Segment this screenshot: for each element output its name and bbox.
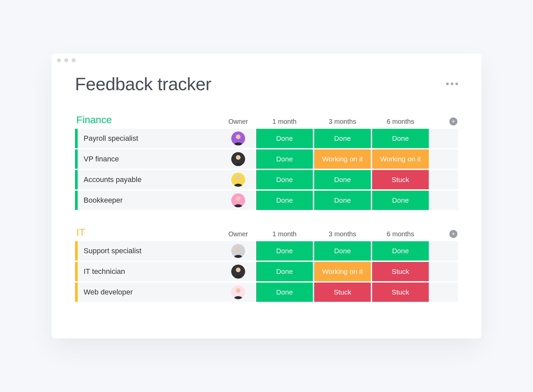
add-column-button[interactable]: + — [449, 117, 457, 125]
owner-cell[interactable] — [222, 170, 255, 189]
group: ITOwner1 month3 months6 months+Support s… — [75, 227, 458, 302]
table-row[interactable]: VP financeDoneWorking on itWorking on it — [75, 149, 458, 169]
status-cell[interactable]: Stuck — [372, 283, 429, 302]
column-header-status[interactable]: 6 months — [372, 118, 429, 125]
status-cell[interactable]: Done — [314, 191, 371, 210]
owner-cell[interactable] — [222, 191, 255, 210]
status-cell[interactable]: Done — [256, 262, 313, 281]
trailing-cell — [430, 170, 458, 189]
status-cell[interactable]: Done — [256, 241, 313, 261]
svg-point-7 — [236, 196, 241, 201]
table-row[interactable]: Accounts payableDoneDoneStuck — [75, 170, 458, 189]
owner-cell[interactable] — [222, 241, 255, 261]
status-cell[interactable]: Done — [372, 191, 429, 210]
status-cell[interactable]: Stuck — [314, 283, 371, 302]
traffic-light-zoom[interactable] — [72, 58, 76, 62]
trailing-cell — [430, 262, 458, 281]
column-header-status[interactable]: 6 months — [372, 230, 429, 238]
owner-cell[interactable] — [222, 129, 255, 148]
group-header: FinanceOwner1 month3 months6 months+ — [75, 114, 458, 125]
trailing-cell — [430, 129, 458, 148]
row-accent — [75, 241, 78, 261]
avatar — [231, 173, 245, 187]
board-menu-button[interactable] — [446, 83, 458, 85]
row-title[interactable]: Payroll specialist — [78, 129, 222, 148]
board-header: Feedback tracker — [75, 74, 458, 94]
status-cell[interactable]: Done — [256, 283, 313, 302]
status-cell[interactable]: Done — [372, 129, 429, 148]
row-title[interactable]: Web developer — [78, 283, 222, 302]
board-title: Feedback tracker — [75, 74, 211, 94]
row-accent — [75, 262, 78, 281]
avatar — [231, 265, 245, 279]
trailing-cell — [430, 241, 458, 261]
group-header: ITOwner1 month3 months6 months+ — [75, 227, 458, 238]
owner-cell[interactable] — [222, 283, 255, 302]
svg-point-5 — [236, 176, 241, 180]
status-cell[interactable]: Done — [314, 241, 371, 261]
status-cell[interactable]: Working on it — [372, 149, 429, 169]
status-cell[interactable]: Done — [314, 170, 371, 189]
add-column-area: + — [429, 117, 458, 125]
column-header-status[interactable]: 1 month — [256, 230, 313, 238]
traffic-light-minimize[interactable] — [64, 58, 68, 62]
app-window: Feedback tracker FinanceOwner1 month3 mo… — [52, 54, 481, 338]
svg-point-13 — [236, 288, 241, 293]
table-row[interactable]: Web developerDoneStuckStuck — [75, 283, 458, 302]
window-titlebar — [52, 54, 481, 67]
dots-icon — [446, 83, 449, 85]
dots-icon — [455, 83, 458, 85]
board-content: Feedback tracker FinanceOwner1 month3 mo… — [52, 67, 481, 302]
row-accent — [75, 170, 78, 189]
column-header-status[interactable]: 3 months — [314, 118, 371, 125]
svg-point-11 — [236, 268, 241, 272]
add-column-button[interactable]: + — [449, 230, 457, 238]
owner-cell[interactable] — [222, 262, 255, 281]
row-accent — [75, 283, 78, 302]
trailing-cell — [430, 191, 458, 210]
group: FinanceOwner1 month3 months6 months+Payr… — [75, 114, 458, 210]
column-header-status[interactable]: 1 month — [256, 118, 313, 125]
avatar — [231, 244, 245, 258]
status-cell[interactable]: Done — [314, 129, 371, 148]
owner-cell[interactable] — [222, 149, 255, 169]
trailing-cell — [430, 283, 458, 302]
status-cell[interactable]: Done — [372, 241, 429, 261]
avatar — [231, 131, 245, 145]
group-title[interactable]: IT — [75, 227, 222, 238]
table-row[interactable]: IT technicianDoneWorking on itStuck — [75, 262, 458, 281]
row-accent — [75, 149, 78, 169]
status-cell[interactable]: Done — [256, 149, 313, 169]
svg-point-3 — [236, 155, 241, 160]
avatar — [231, 152, 245, 166]
column-header-owner[interactable]: Owner — [222, 230, 255, 238]
status-cell[interactable]: Working on it — [314, 149, 371, 169]
table-row[interactable]: Support specialistDoneDoneDone — [75, 241, 458, 261]
dots-icon — [451, 83, 453, 85]
table-row[interactable]: Payroll specialistDoneDoneDone — [75, 129, 458, 148]
traffic-light-close[interactable] — [57, 58, 61, 62]
status-cell[interactable]: Done — [256, 191, 313, 210]
status-cell[interactable]: Done — [256, 129, 313, 148]
status-cell[interactable]: Done — [256, 170, 313, 189]
table-row[interactable]: BookkeeperDoneDoneDone — [75, 191, 458, 210]
row-accent — [75, 191, 78, 210]
row-title[interactable]: Accounts payable — [78, 170, 222, 189]
status-cell[interactable]: Working on it — [314, 262, 371, 281]
svg-point-1 — [236, 134, 241, 139]
svg-point-9 — [236, 247, 241, 252]
column-header-owner[interactable]: Owner — [222, 118, 255, 125]
row-title[interactable]: VP finance — [78, 149, 222, 169]
trailing-cell — [430, 149, 458, 169]
avatar — [231, 193, 245, 207]
status-cell[interactable]: Stuck — [372, 170, 429, 189]
group-title[interactable]: Finance — [75, 114, 222, 125]
row-title[interactable]: IT technician — [78, 262, 222, 281]
status-cell[interactable]: Stuck — [372, 262, 429, 281]
add-column-area: + — [429, 230, 458, 238]
column-header-status[interactable]: 3 months — [314, 230, 371, 238]
row-title[interactable]: Bookkeeper — [78, 191, 222, 210]
row-title[interactable]: Support specialist — [78, 241, 222, 261]
row-accent — [75, 129, 78, 148]
avatar — [231, 285, 245, 299]
